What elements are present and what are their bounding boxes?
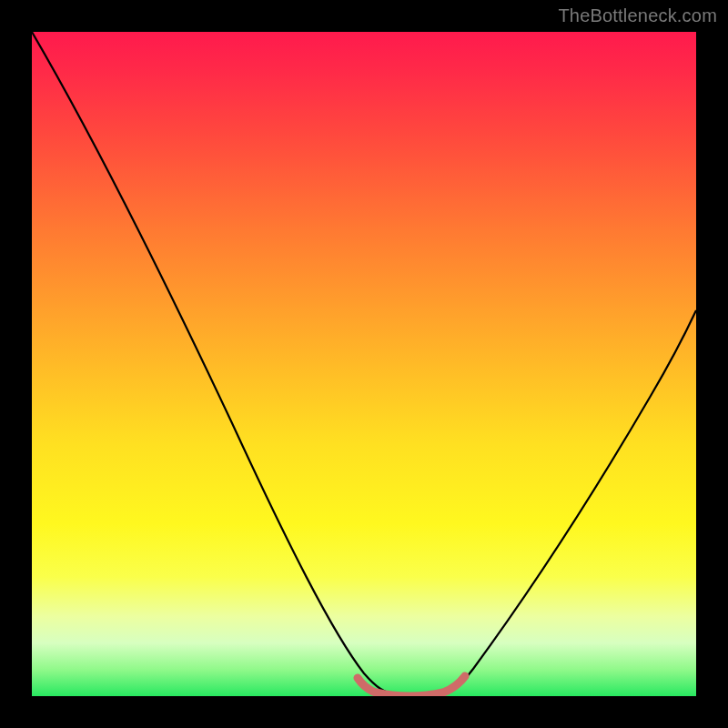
chart-frame: TheBottleneck.com [0, 0, 728, 728]
bottleneck-curve-path [32, 32, 696, 694]
watermark-text: TheBottleneck.com [558, 5, 717, 26]
optimal-zone-path [358, 676, 465, 696]
curve-layer [32, 32, 696, 696]
plot-area [32, 32, 696, 696]
